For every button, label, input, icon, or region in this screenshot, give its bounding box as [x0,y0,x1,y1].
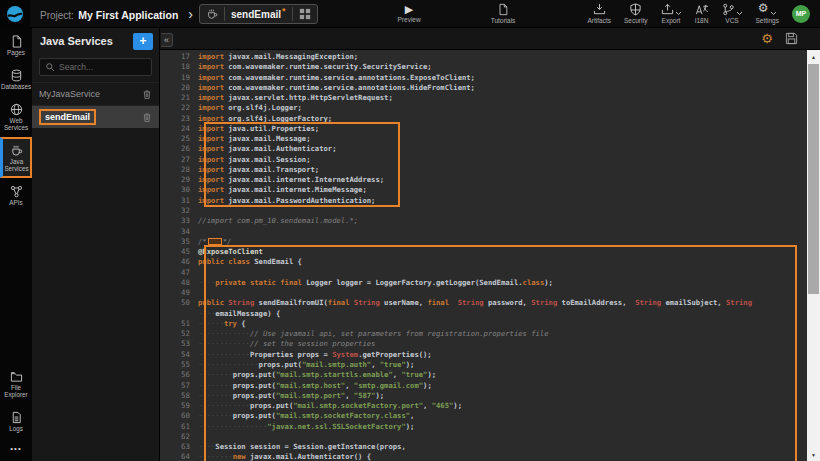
code-text[interactable]: //import com.pm_10.sendemail.model.*; [198,216,358,226]
trash-icon[interactable] [142,89,152,100]
code-text[interactable]: ············Properties props = System.ge… [198,350,432,360]
save-icon[interactable] [785,32,798,45]
code-text[interactable]: import javax.mail.PasswordAuthentication… [198,196,375,206]
sidebar-item-pages[interactable]: Pages [0,28,32,62]
line-number: 61 [160,422,198,432]
folded-region-icon[interactable] [208,238,222,245]
code-text[interactable]: public class SendEmail { [198,257,302,267]
code-text[interactable]: ····private static final Logger logger =… [198,278,553,288]
line-number: 20 [160,83,198,93]
grid-icon[interactable] [299,8,311,20]
java-services-panel: Java Services + MyJavaServicesendEmail [32,28,160,461]
code-text[interactable]: import org.slf4j.Logger; [198,103,302,113]
tutorials-button[interactable]: Tutorials [491,3,516,24]
code-text[interactable]: ······try { [198,319,246,329]
sidebar-item-databases[interactable]: Databases [0,62,32,96]
chevron-down-icon [770,11,777,16]
line-number: 52 [160,329,198,339]
code-text[interactable]: import org.slf4j.LoggerFactory; [198,114,332,124]
code-text[interactable]: import javax.mail.internet.InternetAddre… [198,175,384,185]
code-text[interactable]: public String sendEmailfromUI(final Stri… [198,298,752,308]
add-service-button[interactable]: + [133,33,153,50]
line-number: 45 [160,247,198,257]
trash-icon[interactable] [142,112,152,123]
line-number [160,309,198,319]
collapse-panel-button[interactable]: « [161,33,173,47]
code-text[interactable]: ················"javax.net.ssl.SSLSocket… [198,422,414,432]
code-text[interactable]: import javax.mail.Transport; [198,165,319,175]
code-text[interactable]: import java.util.Properties; [198,124,319,134]
code-line: 58········props.put("mail.smtp.port", "5… [160,391,820,401]
code-text[interactable]: ····emailMessage) { [198,309,280,319]
sidebar-item-file-explorer[interactable]: File Explorer [0,363,32,404]
code-line: 59············props.put("mail.smtp.socke… [160,401,820,411]
code-text[interactable]: import javax.servlet.http.HttpServletReq… [198,93,393,103]
scrollbar-thumb[interactable] [808,64,819,294]
sidebar-item-java-services[interactable]: Java Services [0,137,32,178]
service-item-sendemail[interactable]: sendEmail [32,105,159,128]
search-input[interactable] [59,62,149,72]
sidebar-item-apis[interactable]: APIs [0,178,32,212]
security-button[interactable]: Security [624,3,647,24]
code-text[interactable]: ············// set the session propertie… [198,339,375,349]
vcs-button[interactable]: VCS [722,3,743,24]
code-area[interactable]: 17import javax.mail.MessagingException;1… [160,50,820,461]
code-text[interactable]: ············// Use javamail api, set par… [198,329,549,339]
sidebar-more-button[interactable]: ••• [0,438,32,461]
settings-button[interactable]: ⚙Settings [756,3,780,24]
code-text[interactable]: import com.wavemaker.runtime.service.ann… [198,73,475,83]
code-text[interactable]: ············props.put("mail.smtp.socketF… [198,401,462,411]
code-text[interactable]: ····Session session = Session.getInstanc… [198,442,406,452]
code-line: 34 [160,227,820,237]
editor-scrollbar[interactable]: ▲ ▼ [807,50,820,461]
code-text[interactable]: ··············props.put("mail.smtp.auth"… [198,360,414,370]
scroll-up-button[interactable]: ▲ [807,50,820,63]
code-text[interactable]: ········props.put("mail.smtp.socketFacto… [198,411,414,421]
code-line: ····emailMessage) { [160,309,820,319]
code-editor: ⚙ 17import javax.mail.MessagingException… [160,28,820,461]
line-number: 30 [160,185,198,195]
sidebar-item-web-services[interactable]: Web Services [0,96,32,137]
code-text[interactable]: ········props.put("mail.smtp.host", "smt… [198,381,432,391]
preview-button[interactable]: ▶ Preview [398,4,421,23]
code-text[interactable]: import javax.mail.internet.MimeMessage; [198,185,367,195]
service-name: MyJavaService [39,89,142,99]
code-line: 52············// Use javamail api, set p… [160,329,820,339]
chevron-down-icon [736,11,743,16]
user-avatar[interactable]: MP [792,5,810,23]
main-sidebar: Pages Databases Web Services Java Servic… [0,28,32,461]
app-logo[interactable] [0,0,30,28]
code-text[interactable]: import javax.mail.Message; [198,134,311,144]
i18n-button[interactable]: I18N [695,3,709,24]
code-text[interactable]: import com.wavemaker.runtime.security.Se… [198,62,432,72]
scroll-down-button[interactable]: ▼ [807,448,820,461]
code-text[interactable]: import javax.mail.Session; [198,155,311,165]
code-text[interactable]: import javax.mail.MessagingException; [198,52,358,62]
line-number: 35 [160,237,198,247]
line-number: 49 [160,288,198,298]
code-text[interactable]: /**/ [198,237,231,247]
line-number: 33 [160,216,198,226]
service-search[interactable] [39,58,152,76]
code-text[interactable]: import javax.mail.Authenticator; [198,144,336,154]
code-text[interactable]: @ExposeToClient [198,247,263,257]
editor-settings-icon[interactable]: ⚙ [761,32,773,45]
code-text[interactable]: ········props.put("mail.smtp.port", "587… [198,391,384,401]
line-number: 59 [160,401,198,411]
sidebar-item-logs[interactable]: Logs [0,404,32,438]
code-text[interactable]: import com.wavemaker.runtime.service.ann… [198,83,475,93]
export-button[interactable]: Export [661,3,682,24]
code-line: 24import java.util.Properties; [160,124,820,134]
settings-icon: ⚙ [758,0,769,16]
web-services-icon [10,103,23,116]
code-text[interactable]: ········props.put("mail.smtp.starttls.en… [198,370,436,380]
editor-toolbar: ⚙ [160,28,820,50]
tab-sendemail[interactable]: sendEmail* [199,4,318,24]
line-number: 17 [160,52,198,62]
security-icon [629,3,642,16]
code-text[interactable]: ········new javax.mail.Authenticator() { [198,452,371,461]
panel-title: Java Services [40,35,133,47]
artifacts-button[interactable]: Artifacts [588,3,611,24]
service-item-myjavaservice[interactable]: MyJavaService [32,82,159,105]
tab-title: sendEmail* [231,6,286,20]
